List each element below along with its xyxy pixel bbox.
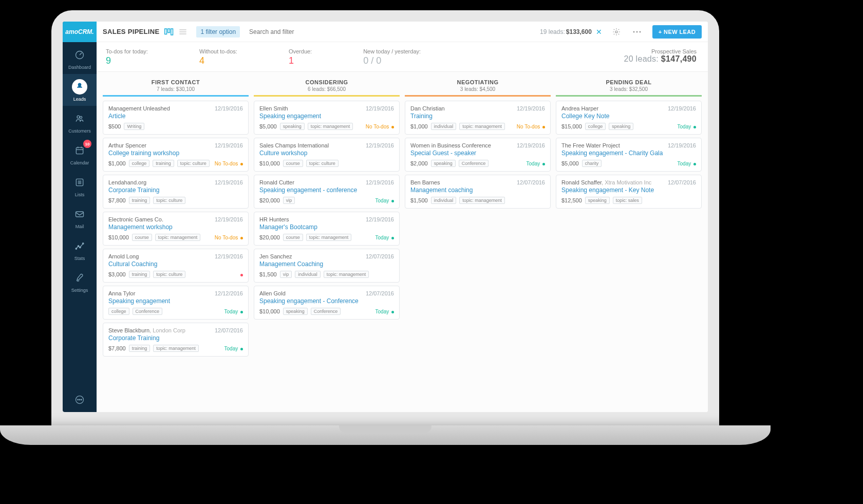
lead-card[interactable]: The Free Water Project12/19/2016Speaking… [556,138,702,172]
lead-tag[interactable]: vip [283,197,295,204]
lead-card[interactable]: Jen Sanchez12/07/2016Management Coaching… [254,249,400,283]
lead-title[interactable]: Article [108,113,243,120]
lead-tag[interactable]: topic: culture [153,271,185,278]
lead-title[interactable]: Cultural Coaching [108,260,243,268]
lead-title[interactable]: Speaking engagement [108,297,243,305]
lead-tag[interactable]: topic: culture [153,197,185,204]
lead-tag[interactable]: speaking [280,123,305,130]
lead-title[interactable]: Speaking engagement - conference [259,186,394,194]
lead-title[interactable]: Speaking engagement - Charity Gala [561,150,696,157]
lead-card[interactable]: Ellen Smith12/19/2016Speaking engagement… [254,101,400,135]
sidebar-item-leads[interactable]: Leads [63,74,97,106]
clear-filter-icon[interactable]: ✕ [596,28,602,36]
lead-title[interactable]: Corporate Training [108,334,243,342]
lead-tag[interactable]: topic: culture [177,160,210,167]
lead-title[interactable]: Manager's Bootcamp [259,223,394,231]
search-input[interactable] [249,28,506,35]
filter-chip[interactable]: 1 filter option [196,26,240,38]
sidebar-item-mail[interactable]: Mail [63,201,97,233]
lead-card[interactable]: Ronald Cutter12/19/2016Speaking engageme… [254,175,400,209]
lead-card[interactable]: Anna Tylor12/12/2016Speaking engagementc… [103,286,249,320]
lead-title[interactable]: Corporate Training [108,186,243,194]
lead-tag[interactable]: college [108,308,129,315]
lead-card[interactable]: Allen Gold12/07/2016Speaking engagement … [254,286,400,320]
lead-tag[interactable]: topic: management [155,234,201,241]
lead-tag[interactable]: Conference [459,160,489,167]
lead-tag[interactable]: speaking [283,308,308,315]
lead-card[interactable]: Arnold Long12/19/2016Cultural Coaching$3… [103,249,249,283]
lead-card[interactable]: Electronic Games Co.12/19/2016Management… [103,212,249,246]
svg-point-1 [77,116,80,118]
lead-title[interactable]: Management Coaching [259,260,394,268]
lead-tag[interactable]: topic: management [459,197,505,204]
lead-tag[interactable]: topic: management [459,123,505,130]
lead-card[interactable]: Arthur Spencer12/19/2016College training… [103,138,249,172]
lead-card[interactable]: Ronald Schaffer, Xtra Motivation Inc12/0… [556,175,702,209]
column-header[interactable]: PENDING DEAL3 leads: $32,500 [556,77,702,97]
lead-card[interactable]: Management Unleashed12/19/2016Article$50… [103,101,249,135]
sidebar-item-settings[interactable]: Settings [63,265,97,297]
lead-tag[interactable]: individual [431,197,457,204]
lead-tag[interactable]: training [129,345,151,352]
column-header[interactable]: NEGOTIATING3 leads: $4,500 [405,77,551,97]
sidebar-item-stats[interactable]: Stats [63,233,97,265]
more-icon[interactable] [631,26,643,38]
lead-tag[interactable]: topic: management [306,234,352,241]
sidebar-item-lists[interactable]: Lists [63,170,97,201]
lead-tag[interactable]: course [132,234,152,241]
sidebar-item-calendar[interactable]: 10Calendar [63,138,97,170]
lead-title[interactable]: College Key Note [561,113,696,120]
lead-card[interactable]: Ben Barnes12/07/2016Management coaching$… [405,175,551,209]
lead-card[interactable]: Dan Christian12/19/2016Training$1,000ind… [405,101,551,135]
lead-title[interactable]: Special Guest - speaker [410,150,545,157]
lead-name: Sales Champs International [259,142,329,148]
lead-tag[interactable]: charity [582,160,602,167]
lead-card[interactable]: Lendahand.org12/19/2016Corporate Trainin… [103,175,249,209]
lead-tag[interactable]: topic: culture [306,160,339,167]
lead-card[interactable]: HR Hunters12/19/2016Manager's Bootcamp$2… [254,212,400,246]
lead-title[interactable]: Speaking engagement [259,113,394,120]
new-lead-button[interactable]: + NEW LEAD [652,25,702,39]
lead-tag[interactable]: topic: management [153,345,199,352]
lead-tag[interactable]: speaking [609,123,633,130]
lead-title[interactable]: Training [410,113,545,120]
lead-card[interactable]: Andrea Harper12/19/2016College Key Note$… [556,101,702,135]
sidebar-item-dashboard[interactable]: Dashboard [63,42,97,74]
lead-title[interactable]: College training workshop [108,150,243,157]
lead-tag[interactable]: training [129,271,151,278]
lead-tag[interactable]: college [585,123,606,130]
lead-tag[interactable]: training [129,197,151,204]
lead-tag[interactable]: Conference [311,308,341,315]
lead-tag[interactable]: vip [280,271,292,278]
lead-tag[interactable]: course [283,160,303,167]
gear-icon[interactable] [610,26,623,38]
lead-tag[interactable]: topic: sales [613,197,642,204]
lead-tag[interactable]: Writing [124,123,144,130]
lead-tag[interactable]: individual [295,271,321,278]
lead-tag[interactable]: training [153,160,174,167]
lead-tag[interactable]: individual [431,123,457,130]
lead-tag[interactable]: topic: management [308,123,353,130]
list-view-icon[interactable] [179,28,187,35]
lead-title[interactable]: Speaking engagement - Key Note [561,186,696,194]
lead-card[interactable]: Women in Business Conference12/19/2016Sp… [405,138,551,172]
chat-button[interactable] [63,387,97,412]
lead-tag[interactable]: course [283,234,303,241]
lead-tag[interactable]: topic: management [324,271,369,278]
lead-title[interactable]: Speaking engagement - Conference [259,297,394,305]
kanban-view-icon[interactable] [164,28,174,35]
column-header[interactable]: CONSIDERING6 leads: $66,500 [254,77,400,97]
brand-logo[interactable]: amoCRM. [63,22,97,42]
lead-title[interactable]: Culture workshop [259,150,394,157]
lead-card[interactable]: Sales Champs International12/19/2016Cult… [254,138,400,172]
sidebar-item-customers[interactable]: Customers [63,106,97,138]
stats-icon [74,241,85,251]
lead-card[interactable]: Steve Blackburn, London Corp12/07/2016Co… [103,323,249,357]
lead-title[interactable]: Management workshop [108,223,243,231]
lead-tag[interactable]: college [129,160,150,167]
lead-tag[interactable]: speaking [585,197,610,204]
lead-tag[interactable]: Conference [133,308,163,315]
column-header[interactable]: FIRST CONTACT7 leads: $30,100 [103,77,249,97]
lead-title[interactable]: Management coaching [410,186,545,194]
lead-tag[interactable]: speaking [431,160,456,167]
